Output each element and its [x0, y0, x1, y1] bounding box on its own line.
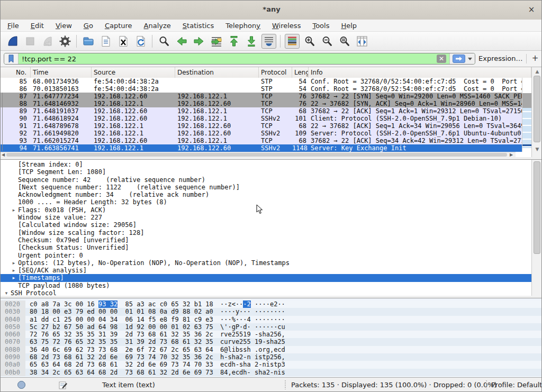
packet-list-header[interactable]: No.TimeSourceDestinationProtocolLengthIn… — [1, 67, 531, 78]
detail-line[interactable]: [Checksum Status: Unverified] — [1, 244, 531, 251]
column-header-info[interactable]: Info — [309, 67, 531, 78]
packet-row[interactable]: 8871.648146932192.168.122.1192.168.122.6… — [1, 100, 522, 107]
packet-list-horizontal-scrollbar[interactable]: ◀ ▶ — [1, 152, 516, 157]
expert-info-button[interactable] — [17, 381, 25, 389]
detail-line[interactable]: Checksum: 0x79ed [unverified] — [1, 236, 531, 244]
column-header-time[interactable]: Time — [31, 67, 92, 78]
filter-bookmark-button[interactable] — [4, 53, 19, 64]
hex-row[interactable]: 00a065 63 64 68 2d 73 68 61 32 2d 6e 69 … — [1, 361, 542, 368]
menu-capture[interactable]: Capture — [100, 21, 137, 31]
save-file-button[interactable] — [98, 34, 113, 49]
packet-row[interactable]: 9371.662015274192.168.122.60192.168.122.… — [1, 137, 522, 144]
profile-button[interactable]: Profile: Default — [491, 381, 542, 389]
hex-row[interactable]: 00505c 27 b2 67 50 ad 64 98 1d 92 00 00 … — [1, 323, 542, 331]
packet-row[interactable]: 8568.001734936fe:54:00:d4:38:2aSTP54Conf… — [1, 78, 522, 85]
packet-list-vertical-scrollbar[interactable]: ▲ ▼ — [531, 67, 542, 157]
go-to-bottom-button[interactable] — [244, 34, 259, 49]
detail-line[interactable]: Acknowledgment number: 34 (relative ack … — [1, 191, 531, 198]
scroll-right-icon[interactable]: ▶ — [510, 152, 513, 157]
detail-line[interactable]: Window size value: 227 — [1, 214, 531, 221]
scrollbar-thumb[interactable] — [534, 161, 540, 254]
zoom-reset-button[interactable] — [337, 34, 352, 49]
hex-row[interactable]: 009068 2d 73 68 61 32 2d 6e 69 73 74 70 … — [1, 353, 542, 361]
detail-line[interactable]: ▸Options: (12 bytes), No-Operation (NOP)… — [1, 259, 531, 267]
detail-line[interactable]: [TCP Segment Len: 1080] — [1, 168, 531, 176]
go-back-button[interactable] — [174, 34, 189, 49]
scroll-left-icon[interactable]: ◀ — [2, 152, 5, 157]
column-header-no[interactable]: No. — [1, 67, 31, 78]
menu-file[interactable]: File — [3, 21, 24, 31]
menu-help[interactable]: Help — [336, 21, 362, 31]
resize-columns-button[interactable] — [355, 34, 369, 49]
auto-scroll-toggle[interactable] — [261, 34, 276, 49]
go-to-packet-button[interactable] — [209, 34, 224, 49]
expand-icon[interactable]: ▸ — [10, 259, 17, 267]
packet-row[interactable]: 9071.648618924192.168.122.60192.168.122.… — [1, 115, 522, 122]
detail-line[interactable]: ▸[Timestamps] — [1, 274, 531, 281]
detail-line[interactable]: ▸[SEQ/ACK analysis] — [1, 267, 531, 274]
zoom-out-button[interactable] — [320, 34, 335, 49]
menu-telephony[interactable]: Telephony — [221, 21, 265, 31]
detail-line[interactable]: [Window size scaling factor: 128] — [1, 229, 531, 236]
detail-line[interactable]: Sequence number: 42 (relative sequence n… — [1, 176, 531, 184]
hex-row[interactable]: 008036 40 6c 69 62 73 73 68 2e 6f 72 67 … — [1, 346, 542, 353]
open-file-button[interactable] — [81, 34, 96, 49]
collapse-icon[interactable]: ▾ — [3, 289, 10, 296]
hex-row[interactable]: 0020c0 a8 7a 3c 00 16 93 32 85 a3 ac c0 … — [1, 300, 542, 308]
filter-history-caret[interactable] — [468, 58, 472, 60]
detail-line[interactable]: TCP payload (1080 bytes) — [1, 282, 531, 289]
go-to-top-button[interactable] — [227, 34, 241, 49]
menu-wireless[interactable]: Wireless — [267, 21, 305, 31]
detail-line[interactable]: 1000 .... = Header Length: 32 bytes (8) — [1, 198, 531, 206]
packet-row[interactable]: 9171.648789678192.168.122.1192.168.122.6… — [1, 122, 522, 130]
packet-row[interactable]: 9271.661949820192.168.122.1192.168.122.6… — [1, 130, 522, 137]
menu-analyze[interactable]: Analyze — [139, 21, 176, 31]
column-header-source[interactable]: Source — [92, 67, 175, 78]
menu-tools[interactable]: Tools — [308, 21, 334, 31]
hex-row[interactable]: 003080 18 00 e3 79 ed 00 00 01 01 08 0a … — [1, 308, 542, 315]
filter-apply-button[interactable] — [453, 54, 465, 63]
scroll-up-icon[interactable]: ▲ — [532, 69, 542, 74]
reload-file-button[interactable] — [133, 34, 148, 49]
packet-row[interactable]: 8971.648191037192.168.122.60192.168.122.… — [1, 107, 522, 115]
expand-icon[interactable]: ▸ — [10, 274, 17, 281]
expand-icon[interactable]: ▸ — [10, 206, 17, 214]
close-file-button[interactable] — [116, 34, 131, 49]
title-bar[interactable]: *any × — [1, 1, 542, 20]
details-vertical-scrollbar[interactable] — [531, 160, 542, 296]
detail-line[interactable]: [Calculated window size: 29056] — [1, 221, 531, 229]
packet-row[interactable]: 8771.647777234192.168.122.60192.168.122.… — [1, 93, 522, 100]
scrollbar-thumb[interactable] — [6, 153, 507, 157]
column-header-destination[interactable]: Destination — [175, 67, 259, 78]
filter-text[interactable]: !tcp.port == 22 — [19, 55, 437, 63]
expand-icon[interactable]: ▸ — [10, 267, 17, 274]
restart-capture-button[interactable] — [40, 34, 55, 49]
intelligent-scrollbar-minimap[interactable] — [522, 78, 531, 152]
hex-row[interactable]: 00b038 34 2c 65 63 64 68 2d 73 68 61 32 … — [1, 369, 542, 376]
detail-line[interactable]: ▾SSH Protocol — [1, 289, 531, 296]
menu-view[interactable]: View — [51, 21, 77, 31]
go-forward-button[interactable] — [192, 34, 206, 49]
start-capture-button[interactable] — [5, 34, 20, 49]
colorize-toggle[interactable] — [285, 34, 300, 49]
detail-line[interactable]: [Next sequence number: 1122 (relative se… — [1, 184, 531, 191]
scrollbar-thumb[interactable] — [534, 76, 540, 142]
capture-comment-button[interactable] — [59, 381, 67, 391]
hex-row[interactable]: 0040a1 dd c1 25 00 00 04 34 06 14 f5 e8 … — [1, 316, 542, 323]
menu-go[interactable]: Go — [79, 21, 98, 31]
menu-edit[interactable]: Edit — [26, 21, 49, 31]
filter-clear-button[interactable]: ✕ — [437, 54, 446, 63]
zoom-in-button[interactable] — [302, 34, 317, 49]
stop-capture-button[interactable] — [23, 34, 38, 49]
expression-button[interactable]: Expression… — [478, 54, 523, 62]
add-filter-button[interactable]: + — [530, 53, 540, 63]
scroll-down-icon[interactable]: ▼ — [532, 147, 542, 152]
menu-statistics[interactable]: Statistics — [178, 21, 219, 31]
hex-row[interactable]: 006072 76 65 32 35 35 31 39 2d 73 68 61 … — [1, 331, 542, 338]
display-filter-input[interactable]: !tcp.port == 22 ✕ — [4, 53, 475, 65]
hex-row[interactable]: 007063 75 72 76 65 32 35 35 31 39 2d 73 … — [1, 338, 542, 345]
detail-line[interactable]: ▸Flags: 0x018 (PSH, ACK) — [1, 206, 531, 214]
detail-line[interactable]: [Stream index: 0] — [1, 161, 531, 168]
packet-row[interactable]: 8670.013850163fe:54:00:d4:38:2aSTP54Conf… — [1, 85, 522, 93]
column-header-length[interactable]: Length — [292, 67, 309, 78]
